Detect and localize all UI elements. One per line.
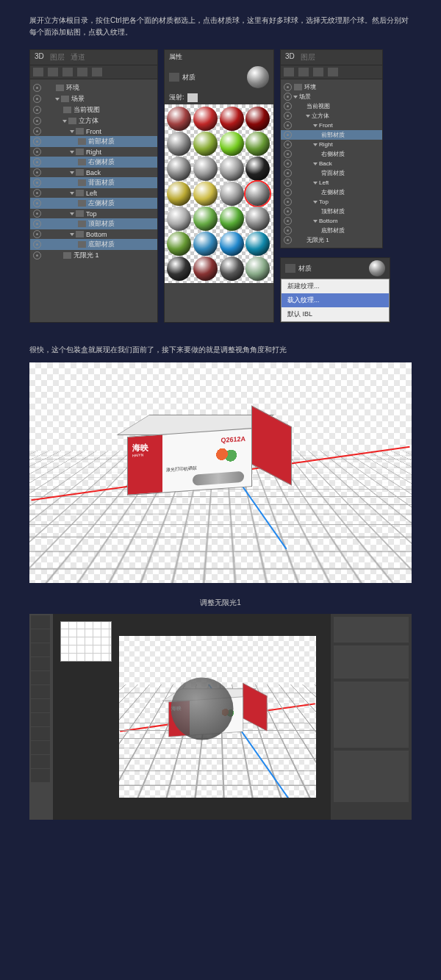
preview-sphere[interactable] [369, 260, 385, 276]
tool-button[interactable] [31, 629, 50, 643]
tree-front[interactable]: Front [281, 121, 382, 130]
material-sphere[interactable] [220, 157, 244, 181]
visibility-icon[interactable] [33, 230, 41, 238]
material-sphere[interactable] [167, 132, 191, 156]
visibility-icon[interactable] [33, 137, 41, 146]
arrow-icon[interactable] [62, 120, 67, 123]
menu-default-ibl[interactable]: 默认 IBL [282, 307, 389, 321]
visibility-icon[interactable] [284, 188, 292, 196]
visibility-icon[interactable] [33, 106, 41, 114]
material-sphere[interactable] [167, 182, 191, 206]
visibility-icon[interactable] [33, 117, 41, 125]
layers-panel[interactable] [334, 682, 409, 748]
tool-button[interactable] [31, 685, 50, 698]
visibility-icon[interactable] [33, 95, 41, 103]
tree-env[interactable]: 环境 [30, 82, 157, 93]
material-sphere[interactable] [193, 232, 218, 256]
material-sphere[interactable] [193, 257, 218, 281]
arrow-icon[interactable] [313, 220, 318, 223]
tree-left-mat[interactable]: 左侧材质 [281, 187, 382, 197]
adjustments-panel[interactable] [334, 645, 409, 679]
visibility-icon[interactable] [284, 150, 292, 158]
visibility-icon[interactable] [284, 83, 292, 91]
tree-front[interactable]: Front [30, 126, 157, 136]
visibility-icon[interactable] [33, 189, 41, 197]
material-sphere[interactable] [245, 182, 270, 206]
material-sphere[interactable] [193, 182, 218, 206]
tool-button[interactable] [31, 713, 50, 726]
tab-3d[interactable]: 3D [35, 52, 44, 62]
tree-env[interactable]: 环境 [281, 82, 382, 92]
tree-left[interactable]: Left [30, 188, 157, 198]
tree-front-mat[interactable]: 前部材质 [30, 136, 157, 147]
visibility-icon[interactable] [33, 220, 41, 228]
material-sphere[interactable] [167, 107, 191, 131]
filter-icon[interactable] [48, 68, 58, 76]
visibility-icon[interactable] [284, 226, 292, 235]
material-sphere[interactable] [193, 207, 218, 231]
tree-top-mat[interactable]: 顶部材质 [281, 207, 382, 216]
arrow-icon[interactable] [306, 115, 310, 118]
visibility-icon[interactable] [284, 217, 292, 225]
tree-right-mat[interactable]: 右侧材质 [281, 149, 382, 159]
3d-mini-panel[interactable] [334, 751, 409, 802]
arrow-icon[interactable] [70, 171, 74, 174]
visibility-icon[interactable] [284, 198, 292, 206]
tree-back-mat[interactable]: 背面材质 [30, 177, 157, 188]
material-sphere[interactable] [167, 257, 191, 281]
arrow-icon[interactable] [313, 143, 318, 146]
tab-3d[interactable]: 3D [285, 52, 295, 62]
material-sphere[interactable] [220, 257, 244, 281]
tool-button[interactable] [31, 769, 50, 782]
tree-front-mat[interactable]: 前部材质 [281, 130, 382, 140]
material-sphere[interactable] [245, 232, 270, 256]
arrow-icon[interactable] [313, 124, 318, 127]
navigator[interactable] [60, 621, 112, 662]
visibility-icon[interactable] [284, 93, 292, 101]
filter-icon[interactable] [328, 68, 338, 76]
tree-light[interactable]: 无限光 1 [30, 250, 157, 261]
visibility-icon[interactable] [33, 158, 41, 166]
material-sphere[interactable] [245, 207, 270, 231]
tree-right[interactable]: Right [281, 140, 382, 149]
visibility-icon[interactable] [284, 236, 292, 244]
visibility-icon[interactable] [284, 160, 292, 168]
tree-right[interactable]: Right [30, 147, 157, 157]
visibility-icon[interactable] [284, 102, 292, 110]
color-panel[interactable] [334, 617, 409, 643]
visibility-icon[interactable] [33, 84, 41, 92]
filter-icon[interactable] [62, 68, 73, 76]
color-swatch[interactable] [187, 93, 198, 102]
arrow-icon[interactable] [55, 98, 60, 101]
visibility-icon[interactable] [33, 127, 41, 135]
tree-scene[interactable]: 场景 [30, 93, 157, 104]
arrow-icon[interactable] [313, 162, 318, 165]
document-viewport[interactable]: 海映 [119, 636, 316, 798]
package-box[interactable]: 海映 HAIYN Q2612A 激光打印机硒鼓 [127, 432, 252, 491]
tree-bottom[interactable]: Bottom [30, 229, 157, 239]
visibility-icon[interactable] [33, 251, 41, 260]
material-sphere[interactable] [245, 157, 270, 181]
arrow-icon[interactable] [70, 192, 74, 195]
visibility-icon[interactable] [284, 112, 292, 120]
tool-button[interactable] [31, 741, 50, 754]
material-sphere[interactable] [245, 107, 270, 131]
tree-top-mat[interactable]: 顶部材质 [30, 218, 157, 229]
tree-view[interactable]: 当前视图 [30, 104, 157, 115]
visibility-icon[interactable] [284, 169, 292, 177]
visibility-icon[interactable] [33, 179, 41, 187]
material-sphere[interactable] [220, 207, 244, 231]
tree-bottom-mat[interactable]: 底部材质 [30, 239, 157, 250]
visibility-icon[interactable] [33, 210, 41, 218]
filter-icon[interactable] [298, 68, 309, 76]
menu-load-texture[interactable]: 载入纹理... [282, 293, 389, 307]
tree-bottom-mat[interactable]: 底部材质 [281, 226, 382, 235]
arrow-icon[interactable] [293, 96, 298, 99]
tab-layers[interactable]: 图层 [50, 52, 65, 62]
tool-button[interactable] [31, 643, 50, 657]
visibility-icon[interactable] [33, 199, 41, 207]
arrow-icon[interactable] [70, 130, 74, 133]
tree-left-mat[interactable]: 左侧材质 [30, 198, 157, 209]
material-sphere[interactable] [220, 132, 244, 156]
tree-back[interactable]: Back [30, 168, 157, 177]
